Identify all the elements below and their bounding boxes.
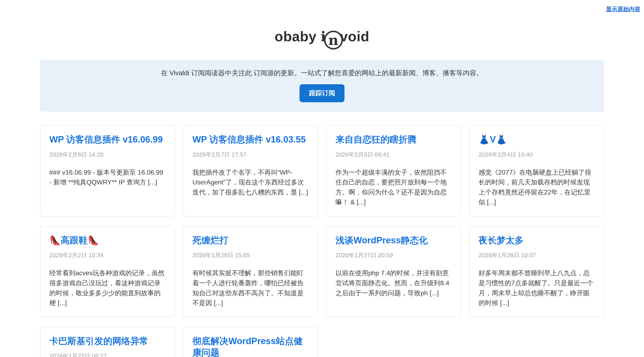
feed-card-excerpt: 作为一个超级丰满的女子，依然阻挡不住自己的自恋，要把照片放到每一个地方。啊，你问…: [336, 168, 452, 207]
feed-card-title[interactable]: 夜长梦太多: [478, 234, 595, 246]
feed-card[interactable]: 👗V👗 2026年2月4日 10:40 感觉《2077》在电脑硬盘上已经躺了很长…: [469, 125, 604, 216]
subscribe-banner: 在 Vivaldi 订阅阅读器中关注此 订阅源的更新。一站式了解您喜爱的网站上的…: [40, 60, 604, 112]
page-title: obaby invoid: [0, 28, 644, 50]
feed-card-date: 2026年1月27日 20:59: [336, 251, 452, 260]
follow-feed-button[interactable]: 跟踪订阅: [300, 84, 344, 102]
feed-card-excerpt: 好多年周末都不曾睡到早上八九点，总是习惯性的7点多就醒了。只是最近一个月，周末早…: [478, 268, 595, 308]
feed-card-title[interactable]: 卡巴斯基引发的网络异常: [50, 335, 166, 347]
feed-cards-grid: WP 访客信息插件 v16.06.99 2026年2月8日 14:20 ### …: [40, 125, 604, 357]
feed-card[interactable]: 浅谈WordPress静态化 2026年1月27日 20:59 以前在使用php…: [326, 226, 461, 317]
show-original-content-link[interactable]: 显示原始内容: [606, 5, 640, 13]
feed-card-title[interactable]: 彻底解决WordPress站点健康问题: [192, 335, 308, 357]
feed-card[interactable]: 👠高跟鞋👠 2026年2月2日 15:34 经常看到acves玩各种游戏的记录，…: [40, 226, 175, 317]
feed-card-excerpt: ### v16.06.99 - 版本号更新至 16.06.99 - 新增 **纯…: [50, 168, 166, 187]
feed-card[interactable]: 彻底解决WordPress站点健康问题 2026年1月21日 09:29 再次建…: [183, 327, 318, 357]
feed-card[interactable]: 夜长梦太多 2026年1月26日 10:07 好多年周末都不曾睡到早上八九点，总…: [469, 226, 604, 317]
feed-card-date: 2026年1月28日 15:55: [192, 251, 308, 260]
feed-card-title[interactable]: 浅谈WordPress静态化: [336, 234, 452, 246]
feed-card-title[interactable]: 👠高跟鞋👠: [50, 234, 166, 246]
subscribe-banner-description: 在 Vivaldi 订阅阅读器中关注此 订阅源的更新。一站式了解您喜爱的网站上的…: [52, 68, 592, 78]
feed-card[interactable]: 来自自恋狂的瞎折腾 2026年2月5日 09:41 作为一个超级丰满的女子，依然…: [326, 125, 461, 216]
feed-card-date: 2026年2月4日 10:40: [478, 151, 595, 159]
feed-card-excerpt: 感觉《2077》在电脑硬盘上已经躺了很长的时间，前几天加载存档的时候发现上个存档…: [478, 168, 595, 207]
feed-card-excerpt: 以前在使用php 7.4的时候，并没有刻意尝试将页面静态化。然而，在升级到8.4…: [336, 268, 452, 298]
feed-card-date: 2026年1月22日 09:27: [50, 352, 166, 357]
feed-card-date: 2026年2月7日 17:57: [192, 151, 308, 159]
feed-card-excerpt: 经常看到acves玩各种游戏的记录，虽然很多游戏自己没玩过，看这种游戏记录的时候…: [50, 268, 166, 308]
feed-card-excerpt: 有时候其实挺不理解，那些销售们能盯着一个人进行轮番轰炸，哪怕已经被告知自己对这些…: [192, 268, 308, 308]
feed-card-date: 2026年1月26日 10:07: [478, 251, 595, 260]
page-title-letter-n: n: [328, 33, 338, 47]
feed-card-date: 2026年2月8日 14:20: [50, 151, 166, 159]
feed-card-title[interactable]: WP 访客信息插件 v16.03.55: [192, 134, 308, 145]
feed-card[interactable]: WP 访客信息插件 v16.03.55 2026年2月7日 17:57 我把插件…: [183, 125, 318, 216]
feed-card-excerpt: 我把插件改了个名字，不再叫“WP-UserAgent”了，现在这个东西经过多次迭…: [192, 168, 308, 197]
feed-card-date: 2026年2月5日 09:41: [336, 151, 452, 159]
feed-card-date: 2026年2月2日 15:34: [50, 251, 166, 260]
page-title-word1: obaby: [274, 29, 320, 44]
feed-card[interactable]: WP 访客信息插件 v16.06.99 2026年2月8日 14:20 ### …: [40, 125, 175, 216]
feed-card[interactable]: 卡巴斯基引发的网络异常 2026年1月22日 09:27 忘了从什么时候开始，w…: [40, 327, 175, 357]
feed-card-title[interactable]: 👗V👗: [478, 134, 595, 145]
feed-card[interactable]: 死缠烂打 2026年1月28日 15:55 有时候其实挺不理解，那些销售们能盯着…: [183, 226, 318, 317]
feed-card-title[interactable]: WP 访客信息插件 v16.06.99: [50, 134, 166, 145]
feed-card-title[interactable]: 死缠烂打: [192, 234, 308, 246]
feed-card-title[interactable]: 来自自恋狂的瞎折腾: [336, 134, 452, 145]
page-title-word2: void: [340, 29, 370, 44]
